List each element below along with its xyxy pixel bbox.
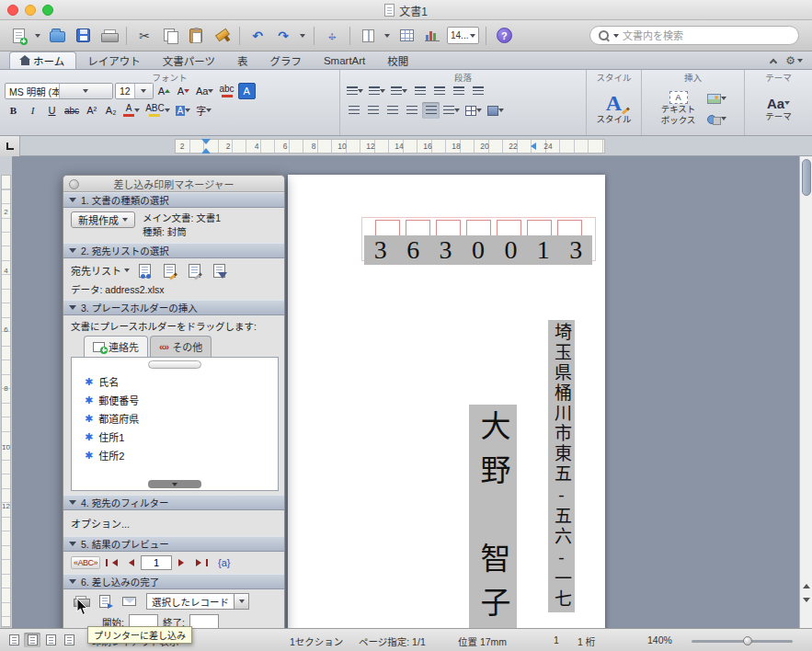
cut-button[interactable]: ✂	[133, 25, 155, 47]
new-document-menu-arrow[interactable]	[33, 31, 42, 40]
sort-button[interactable]	[450, 83, 467, 99]
open-button[interactable]	[46, 25, 68, 47]
help-button[interactable]: ?	[493, 25, 515, 47]
bullet-list-button[interactable]	[345, 83, 365, 99]
postal-code-field[interactable]: 3 6 3 0 0 1 3	[364, 235, 592, 265]
font-name-select[interactable]: MS 明朝 (本文)	[5, 83, 113, 99]
tab-layout[interactable]: レイアウト	[76, 51, 152, 69]
name-merge-field[interactable]: 大野 智子	[469, 405, 517, 628]
vertical-scrollbar[interactable]	[799, 156, 812, 628]
record-number-input[interactable]	[141, 555, 172, 570]
tab-smartart[interactable]: SmartArt	[313, 51, 376, 69]
decrease-indent-button[interactable]	[411, 83, 429, 99]
subscript-button[interactable]: A₂	[102, 102, 120, 119]
recipient-list-button[interactable]: 宛先リスト	[71, 263, 130, 278]
section-header-placeholders[interactable]: 3. プレースホルダーの挿入	[63, 300, 284, 315]
indent-marker[interactable]	[201, 139, 211, 154]
tab-review[interactable]: 校閲	[376, 51, 419, 69]
horizontal-ruler[interactable]: 2 2 4 6 8 10 12 14 16 18 20 22 24	[0, 136, 812, 156]
new-document-button[interactable]	[7, 25, 29, 47]
open-data-source-button[interactable]	[134, 262, 154, 279]
multilevel-list-button[interactable]	[389, 83, 409, 99]
merge-to-new-document-button[interactable]	[95, 593, 115, 610]
undo-button[interactable]: ↶	[246, 25, 269, 47]
chart-button[interactable]	[421, 25, 443, 47]
close-panel-button[interactable]	[69, 179, 79, 189]
scrollbar-thumb[interactable]	[802, 159, 811, 196]
tab-stop-selector[interactable]	[0, 136, 20, 156]
columns-button[interactable]	[357, 25, 379, 47]
outline-view-button[interactable]	[42, 633, 59, 647]
insert-shape-button[interactable]	[705, 110, 728, 127]
document-page[interactable]: 3 6 3 0 0 1 3 埼玉県桶川市東五-五六-一七 大野 智子	[288, 175, 605, 628]
merge-end-input[interactable]	[189, 614, 219, 628]
collapse-ribbon-button[interactable]	[771, 52, 776, 69]
section-header-preview[interactable]: 5. 結果のプレビュー	[63, 536, 284, 552]
filter-list-button[interactable]	[209, 262, 229, 279]
last-record-button[interactable]	[194, 556, 209, 570]
scroll-down-button[interactable]	[800, 593, 812, 611]
shading-button[interactable]	[486, 102, 506, 119]
placeholder-field-address2[interactable]: ✱住所2	[72, 446, 278, 464]
insert-picture-button[interactable]	[705, 90, 728, 107]
themes-button[interactable]: Aa テーマ	[761, 95, 795, 123]
borders-button[interactable]	[463, 102, 484, 119]
tab-tables[interactable]: 表	[226, 51, 259, 69]
placeholder-list[interactable]: ✱氏名 ✱郵便番号 ✱都道府県 ✱住所1 ✱住所2	[71, 357, 279, 491]
section-header-filter[interactable]: 4. 宛先のフィルター	[63, 495, 284, 510]
copy-button[interactable]	[159, 25, 181, 47]
placeholder-field-address1[interactable]: ✱住所1	[72, 428, 278, 446]
edit-data-source-button[interactable]	[159, 262, 179, 279]
vertical-ruler[interactable]: 2 4 6 8 10 12	[0, 156, 12, 628]
superscript-button[interactable]: A²	[83, 102, 100, 119]
numbered-list-button[interactable]	[367, 83, 387, 99]
move-object-button[interactable]: ↔↕	[321, 25, 343, 47]
mail-merge-manager-panel[interactable]: 差し込み印刷マネージャー 1. 文書の種類の選択 新規作成 メイン文書: 文書1…	[63, 175, 285, 628]
phonetic-guide-button[interactable]: abc	[217, 83, 235, 99]
underline-button[interactable]: U	[43, 102, 61, 119]
records-to-merge-dropdown[interactable]: 選択したレコード	[146, 593, 249, 610]
change-case-button[interactable]: Aa	[194, 83, 215, 99]
font-color-button[interactable]: A	[121, 102, 142, 119]
panel-titlebar[interactable]: 差し込み印刷マネージャー	[63, 176, 284, 192]
character-border-button[interactable]: A	[238, 83, 256, 99]
styles-button[interactable]: A スタイル	[592, 91, 635, 126]
tab-charts[interactable]: グラフ	[258, 51, 313, 69]
textbox-button[interactable]: A テキスト ボックス	[658, 90, 700, 127]
draft-view-button[interactable]	[6, 633, 22, 647]
font-size-arrow[interactable]	[134, 84, 154, 98]
notebook-view-button[interactable]	[61, 633, 77, 647]
grow-font-button[interactable]: A	[155, 83, 173, 99]
columns-menu-arrow[interactable]	[383, 31, 392, 40]
font-name-arrow[interactable]	[59, 84, 113, 98]
zoom-thumb[interactable]	[743, 636, 752, 645]
search-field[interactable]	[589, 26, 799, 45]
address-merge-field[interactable]: 埼玉県桶川市東五-五六-一七	[548, 320, 575, 612]
tab-home[interactable]: ホーム	[9, 51, 76, 69]
records-dropdown-arrow[interactable]	[234, 594, 248, 609]
edit-list-button[interactable]	[184, 262, 204, 279]
align-center-button[interactable]	[364, 102, 382, 119]
paste-button[interactable]	[185, 25, 207, 47]
placeholder-field-prefecture[interactable]: ✱都道府県	[72, 409, 278, 428]
ribbon-settings-button[interactable]: ⚙	[785, 54, 803, 67]
previous-record-button[interactable]	[122, 556, 137, 570]
scroll-up-pill[interactable]	[148, 360, 201, 369]
search-input[interactable]	[623, 30, 791, 41]
format-painter-button[interactable]	[211, 25, 233, 47]
bold-button[interactable]: B	[5, 102, 22, 119]
placeholder-field-name[interactable]: ✱氏名	[72, 372, 278, 391]
create-new-button[interactable]: 新規作成	[71, 211, 135, 228]
search-scope-arrow[interactable]	[613, 34, 619, 40]
zoom-slider[interactable]	[692, 636, 793, 645]
character-shading-button[interactable]: A	[174, 102, 193, 119]
align-left-button[interactable]	[345, 102, 362, 119]
strikethrough-button[interactable]: abc	[63, 102, 81, 119]
section-header-recipients[interactable]: 2. 宛先リストの選択	[63, 243, 284, 258]
placeholder-field-postal[interactable]: ✱郵便番号	[72, 391, 278, 409]
right-indent-marker[interactable]	[531, 143, 536, 150]
view-merged-data-toggle[interactable]: «ABC»	[71, 556, 100, 569]
section-header-complete-merge[interactable]: 6. 差し込みの完了	[63, 574, 284, 589]
distribute-text-button[interactable]	[422, 102, 440, 119]
section-header-document-type[interactable]: 1. 文書の種類の選択	[63, 192, 284, 208]
